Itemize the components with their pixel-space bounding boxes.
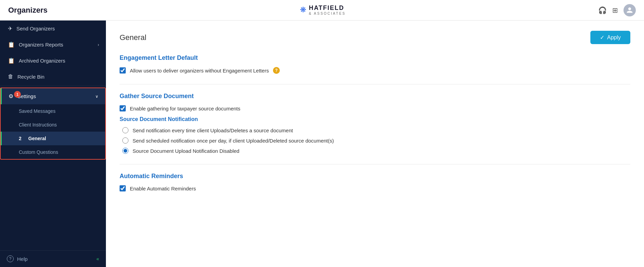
- radio-row-scheduled: Send scheduled notification once per day…: [122, 137, 630, 144]
- sidebar-label-send-organizers: Send Organizers: [16, 26, 99, 31]
- settings-icon: ⚙: [9, 93, 13, 99]
- automatic-reminders-checkbox-row: Enable Automatic Reminders: [120, 185, 630, 191]
- sidebar-item-recycle-bin[interactable]: 🗑 Recycle Bin: [0, 69, 106, 84]
- check-icon: ✓: [600, 34, 604, 41]
- automatic-reminders-checkbox-label: Enable Automatic Reminders: [130, 186, 196, 191]
- user-avatar[interactable]: [624, 4, 636, 16]
- header: Organizers ❋ HATFIELD & ASSOCIATES 🎧 ⊞: [0, 0, 644, 21]
- gather-source-checkbox[interactable]: [120, 105, 126, 111]
- section-divider-2: [120, 164, 630, 164]
- automatic-reminders-title: Automatic Reminders: [120, 173, 630, 180]
- apply-button-label: Apply: [607, 35, 621, 41]
- sidebar-item-archived-organizers[interactable]: 📋 Archived Organizers: [0, 53, 106, 69]
- source-doc-notification-title: Source Document Notification: [120, 116, 630, 122]
- sidebar-label-archived-organizers: Archived Organizers: [19, 58, 99, 64]
- gather-source-checkbox-label: Enable gathering for taxpayer source doc…: [130, 106, 241, 111]
- header-actions: 🎧 ⊞: [598, 4, 636, 16]
- general-badge: 2: [19, 136, 22, 141]
- apps-icon[interactable]: ⊞: [612, 6, 618, 14]
- saved-messages-label: Saved Messages: [19, 108, 55, 114]
- app-title: Organizers: [8, 6, 47, 15]
- sidebar-item-custom-questions[interactable]: Custom Questions: [1, 145, 105, 159]
- general-label: General: [28, 136, 46, 141]
- radio-row-every-time: Send notification every time client Uplo…: [122, 127, 630, 133]
- sidebar-item-organizers-reports[interactable]: 📋 Organizers Reports ›: [0, 37, 106, 53]
- engagement-letter-checkbox[interactable]: [120, 67, 126, 74]
- help-label: Help: [17, 256, 28, 262]
- sidebar-item-saved-messages[interactable]: Saved Messages: [1, 104, 105, 118]
- archived-icon: 📋: [8, 57, 15, 64]
- engagement-letter-title: Engagement Letter Default: [120, 54, 630, 62]
- radio-disabled-label: Source Document Upload Notification Disa…: [133, 148, 239, 154]
- sidebar-item-client-instructions[interactable]: Client Instructions: [1, 118, 105, 132]
- radio-every-time[interactable]: [122, 127, 128, 133]
- gather-source-title: Gather Source Document: [120, 93, 630, 100]
- logo-sub-text: & ASSOCIATES: [309, 12, 346, 15]
- sidebar-item-settings[interactable]: ⚙ Settings ∨ 1: [1, 88, 105, 104]
- recycle-icon: 🗑: [8, 74, 13, 80]
- radio-scheduled[interactable]: [122, 137, 128, 144]
- sidebar-label-organizers-reports: Organizers Reports: [19, 42, 94, 48]
- logo-main-text: HATFIELD: [309, 5, 346, 12]
- sidebar-label-recycle-bin: Recycle Bin: [17, 74, 99, 80]
- help-button[interactable]: ? Help: [7, 255, 28, 262]
- sidebar-divider: [0, 86, 106, 86]
- settings-badge: 1: [14, 91, 21, 98]
- reports-chevron-icon: ›: [98, 42, 99, 47]
- page-header: General ✓ Apply: [120, 31, 630, 44]
- main-content: General ✓ Apply Engagement Letter Defaul…: [106, 21, 644, 267]
- collapse-icon[interactable]: «: [96, 256, 99, 262]
- page-title: General: [120, 33, 146, 42]
- gather-source-section: Gather Source Document Enable gathering …: [120, 93, 630, 154]
- client-instructions-label: Client Instructions: [19, 122, 57, 128]
- radio-row-disabled: Source Document Upload Notification Disa…: [122, 148, 630, 154]
- sidebar-footer: ? Help «: [0, 250, 106, 267]
- engagement-letter-section: Engagement Letter Default Allow users to…: [120, 54, 630, 74]
- radio-every-time-label: Send notification every time client Uplo…: [133, 128, 293, 133]
- sidebar: ✈ Send Organizers 📋 Organizers Reports ›…: [0, 21, 106, 267]
- radio-scheduled-label: Send scheduled notification once per day…: [133, 138, 334, 144]
- logo: ❋ HATFIELD & ASSOCIATES: [300, 5, 346, 15]
- settings-chevron-icon: ∨: [95, 94, 98, 99]
- layout: ✈ Send Organizers 📋 Organizers Reports ›…: [0, 21, 644, 267]
- engagement-help-icon[interactable]: ?: [273, 67, 280, 74]
- sidebar-item-send-organizers[interactable]: ✈ Send Organizers: [0, 21, 106, 37]
- engagement-letter-checkbox-row: Allow users to deliver organizers withou…: [120, 67, 630, 74]
- engagement-letter-checkbox-label: Allow users to deliver organizers withou…: [130, 68, 269, 74]
- settings-group: ⚙ Settings ∨ 1 Saved Messages Client Ins…: [0, 88, 106, 160]
- logo-icon: ❋: [300, 5, 306, 14]
- send-icon: ✈: [8, 25, 12, 32]
- automatic-reminders-section: Automatic Reminders Enable Automatic Rem…: [120, 173, 630, 191]
- sidebar-label-settings: Settings: [17, 93, 91, 99]
- reports-icon: 📋: [8, 41, 15, 48]
- automatic-reminders-checkbox[interactable]: [120, 185, 126, 191]
- help-icon: ?: [7, 255, 14, 262]
- gather-source-checkbox-row: Enable gathering for taxpayer source doc…: [120, 105, 630, 111]
- notification-radio-group: Send notification every time client Uplo…: [122, 127, 630, 154]
- custom-questions-label: Custom Questions: [19, 149, 58, 155]
- headset-icon[interactable]: 🎧: [598, 6, 607, 14]
- sidebar-item-general[interactable]: 2 General: [1, 132, 105, 145]
- section-divider-1: [120, 84, 630, 84]
- apply-button[interactable]: ✓ Apply: [590, 31, 630, 44]
- radio-disabled[interactable]: [122, 148, 128, 154]
